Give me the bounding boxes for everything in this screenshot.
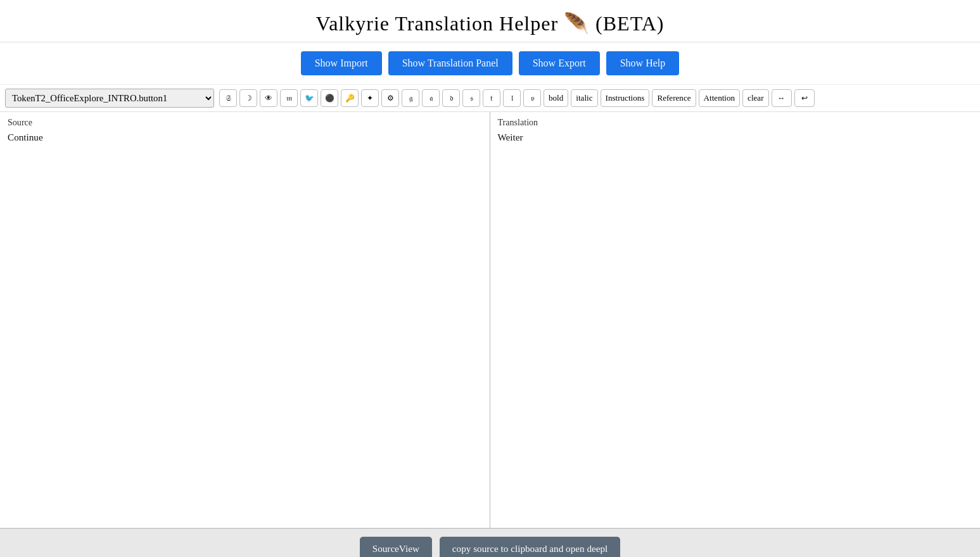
toolbar-icon-btn-13[interactable]: 𝔰 — [462, 89, 480, 107]
show-import-button[interactable]: Show Import — [301, 51, 382, 75]
source-view-button[interactable]: SourceView — [360, 537, 432, 557]
title-icon: 🪶 — [564, 12, 595, 35]
toolbar-icon-btn-16[interactable]: 𝔳 — [523, 89, 541, 107]
toolbar-icon-btn-3[interactable]: 👁 — [260, 89, 277, 107]
show-export-button[interactable]: Show Export — [519, 51, 600, 75]
show-translation-panel-button[interactable]: Show Translation Panel — [388, 51, 512, 75]
toolbar-icon-btn-6[interactable]: ⚫ — [321, 89, 338, 107]
translation-text: Weiter — [498, 132, 973, 143]
italic-button[interactable]: italic — [571, 89, 597, 107]
clear-button[interactable]: clear — [742, 89, 768, 107]
toolbar-icon-btn-14[interactable]: 𝔱 — [483, 89, 500, 107]
toolbar-icon-btn-11[interactable]: 𝔞 — [422, 89, 440, 107]
reference-button[interactable]: Reference — [652, 89, 696, 107]
source-label: Source — [8, 117, 482, 128]
toolbar-icon-btn-12[interactable]: 𝔡 — [442, 89, 460, 107]
toolbar-icon-btn-9[interactable]: ⚙ — [381, 89, 399, 107]
toolbar-icon-btn-1[interactable]: 𝔖 — [219, 89, 237, 107]
page-title: Valkyrie Translation Helper 🪶 (BETA) — [0, 11, 980, 35]
nav-next-button[interactable]: ↩ — [794, 89, 815, 107]
title-text: Valkyrie Translation Helper — [316, 12, 559, 35]
nav-prev-button[interactable]: ↔ — [772, 89, 792, 107]
toolbar-icon-btn-10[interactable]: 𝔤 — [402, 89, 419, 107]
toolbar-icon-btn-8[interactable]: ✦ — [361, 89, 379, 107]
show-help-button[interactable]: Show Help — [606, 51, 680, 75]
toolbar-icon-btn-4[interactable]: 𝔪 — [280, 89, 298, 107]
toolbar-icon-btn-5[interactable]: 🐦 — [300, 89, 318, 107]
toolbar-icon-btn-7[interactable]: 🔑 — [341, 89, 359, 107]
title-beta: (BETA) — [595, 12, 664, 35]
source-text: Continue — [8, 132, 482, 143]
instructions-button[interactable]: Instructions — [601, 89, 650, 107]
toolbar-icon-btn-15[interactable]: 𝔩 — [503, 89, 521, 107]
string-selector[interactable]: TokenT2_OfficeExplore_INTRO.button1 — [5, 89, 214, 108]
attention-button[interactable]: Attention — [699, 89, 741, 107]
bold-button[interactable]: bold — [544, 89, 568, 107]
toolbar-icon-btn-2[interactable]: ☽ — [239, 89, 257, 107]
copy-deepl-button[interactable]: copy source to clipboard and open deepl — [440, 537, 620, 557]
translation-label: Translation — [498, 117, 973, 128]
